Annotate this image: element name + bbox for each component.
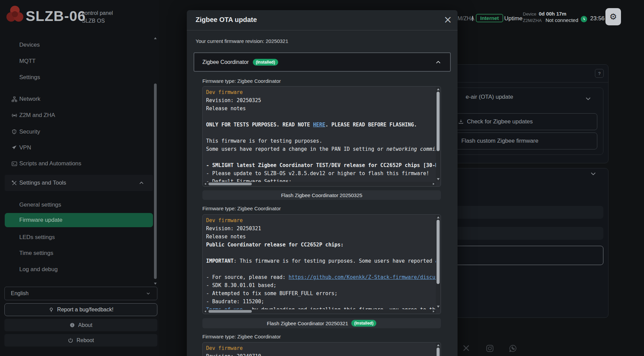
sidebar-item-scripts-and-automations[interactable]: Scripts and Automations [5,156,153,172]
scroll-left-arrow-icon[interactable] [204,310,206,312]
sidebar-item-log-and-debug[interactable]: Log and debug [5,261,153,278]
horizontal-scrollbar[interactable] [203,309,436,313]
sidebar-item-firmware-update[interactable]: Firmware update [5,213,153,227]
vertical-scrollbar[interactable] [436,87,440,182]
inline-link[interactable]: Terms of use [206,307,243,309]
sidebar-item-devices[interactable]: Devices [5,37,153,53]
firmware-type-label: Firmware type: Zigbee Coordinator [202,206,281,211]
scroll-up-arrow-icon[interactable] [437,344,440,346]
horizontal-scrollbar-thumb[interactable] [208,183,252,185]
sidebar-item-general-settings[interactable]: General settings [5,197,153,213]
report-bug-button[interactable]: Report a bug/feedback! [4,303,157,316]
code-line: Revision: 20250325 [206,96,436,104]
sidebar-item-leds-settings[interactable]: LEDs settings [5,229,153,245]
sidebar-item-vpn[interactable]: VPN [5,140,153,156]
horizontal-scrollbar-thumb[interactable] [208,310,252,313]
code-text: Revision: 20250321 [206,226,261,232]
vertical-scrollbar-thumb[interactable] [437,220,440,284]
shield-icon [11,129,19,135]
close-icon[interactable]: × [444,14,452,25]
code-text: - Attempted to fix some BUFFER_FULL erro… [206,290,337,296]
code-text: IMPORTANT [206,258,234,264]
flash-firmware-label: Flash Zigbee Coordinator 20250321 [267,321,348,326]
chevron-down-icon[interactable] [584,95,592,103]
scroll-right-arrow-icon[interactable] [433,310,435,312]
uptime-label: Uptime [504,15,523,22]
code-text: - SDK 8.30.01.01 based; [206,282,276,288]
vertical-scrollbar[interactable] [436,215,440,309]
flash-firmware-button[interactable]: Flash Zigbee Coordinator 20250321(Instal… [202,318,441,328]
sidebar-item-label: Security [19,128,40,135]
about-button[interactable]: About [4,319,157,331]
vertical-scrollbar-thumb[interactable] [437,92,440,151]
sidebar-item-label: LEDs settings [19,234,55,241]
scroll-left-arrow-icon[interactable] [204,183,206,185]
scroll-up-arrow-icon[interactable] [437,216,440,218]
tagline-top: control panel [82,9,113,17]
vertical-scrollbar[interactable] [436,343,440,356]
sidebar-item-label: Network [19,96,40,102]
code-text: Release notes [206,234,246,240]
sidebar-item-label: Firmware update [19,217,63,223]
x-logo-icon[interactable] [462,344,470,352]
code-line: - Attempted to fix some BUFFER_FULL erro… [206,289,436,298]
chevron-down-icon [146,291,151,296]
scroll-right-arrow-icon[interactable] [433,183,435,185]
code-line: Release notes [206,104,436,113]
sidebar-item-settings-and-tools[interactable]: Settings and Tools [5,175,153,191]
scroll-up-arrow-icon[interactable] [154,37,157,39]
sidebar-item-label: Z2M and ZHA [19,112,55,119]
code-line [206,113,436,121]
code-line: - SDK 8.30.01.01 based; [206,281,436,289]
scroll-down-arrow-icon[interactable] [154,283,157,285]
sidebar-item-settings[interactable]: Settings [5,69,153,86]
reboot-button[interactable]: Reboot [4,334,157,347]
inline-link[interactable]: HERE [313,122,325,128]
whatsapp-icon[interactable] [509,344,517,353]
code-line: IMPORTANT: This firmware is for testing … [206,257,436,265]
code-line: - For source, please read: https://githu… [206,273,436,281]
vertical-scrollbar-thumb[interactable] [437,348,440,356]
gear-icon: ⚙ [609,12,617,22]
code-line: ONLY FOR TESTS PURPOSES. READ NOTE HERE.… [206,121,436,129]
instagram-icon[interactable] [486,344,494,353]
sidebar-item-label: Scripts and Automations [19,160,81,167]
inline-link[interactable]: https://github.com/Koenkk/Z-Stack-firmwa… [289,274,436,280]
flash-firmware-button[interactable]: Flash Zigbee Coordinator 20250325 [202,190,441,200]
code-text: - SMLIGHT latest Zigbee Coordinator TEST… [206,162,436,168]
sidebar-item-network[interactable]: Network [5,91,153,107]
code-text: Revision: 20240710 [206,353,261,356]
release-notes-text: Dev firmwareRevision: 20250325Release no… [203,87,436,182]
internet-status-badge: Internet [476,14,503,22]
sidebar-item-mqtt[interactable]: MQTT [5,53,153,69]
z2m-status-value: Not connected [546,17,578,23]
sidebar-scrollbar-thumb[interactable] [154,84,157,279]
chevron-down-icon[interactable] [589,170,597,178]
code-line: - Baudrate: 115200; [206,298,436,306]
sidebar-item-label: Time settings [19,250,53,257]
sidebar-item-time-settings[interactable]: Time settings [5,245,153,261]
device-uptime-label: Device [523,11,536,17]
broadcast-icon [11,112,19,118]
sidebar-item-z2m-and-zha[interactable]: Z2M and ZHA [5,107,153,123]
help-button[interactable]: ? [595,69,604,78]
sidebar-item-label: VPN [19,144,31,151]
sidebar-scrollbar[interactable] [152,35,158,287]
code-text: - For source, please read: [206,274,289,280]
horizontal-scrollbar[interactable] [203,182,436,186]
code-text: - Default Firmware Settings: [206,179,292,182]
scroll-down-arrow-icon[interactable] [437,178,440,180]
language-select[interactable]: English [4,287,157,300]
settings-gear-button[interactable]: ⚙ [605,8,621,25]
device-uptime-value: 0d 00h 17m [539,11,567,17]
check-zigbee-updates-label: Check for Zigbee updates [467,118,533,125]
scroll-up-arrow-icon[interactable] [437,88,440,90]
code-line: - Default Firmware Settings: [206,177,436,182]
sidebar-item-security[interactable]: Security [5,124,153,140]
coordinator-accordion-header[interactable]: Zigbee Coordinator (Installed) [194,52,451,72]
code-line: Dev firmware [206,216,436,224]
scroll-down-arrow-icon[interactable] [437,306,440,308]
code-line [206,265,436,273]
code-line: Dev firmware [206,344,436,352]
about-label: About [78,322,92,328]
